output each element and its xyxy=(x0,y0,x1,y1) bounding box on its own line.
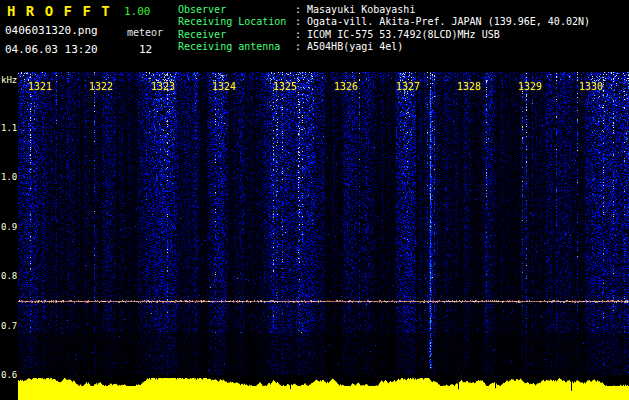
info-label: Receiving Location xyxy=(178,16,295,28)
freq-tick-label: 0.7 xyxy=(1,321,17,331)
info-colon: : xyxy=(295,29,301,41)
station-info: Observer:Masayuki KobayashiReceiving Loc… xyxy=(178,4,590,54)
info-value: ICOM IC-575 53.7492(8LCD)MHz USB xyxy=(307,29,500,41)
info-colon: : xyxy=(295,4,301,16)
info-value: Ogata-vill. Akita-Pref. JAPAN (139.96E, … xyxy=(307,16,590,28)
freq-tick-label: 1.0 xyxy=(1,172,17,182)
meteor-count: 12 xyxy=(139,43,152,56)
frequency-axis: kHz 1.11.00.90.80.70.6 xyxy=(0,72,18,400)
info-value: A504HB(yagi 4el) xyxy=(307,41,403,53)
freq-tick-label: 0.6 xyxy=(1,370,17,380)
app-title: H R O F F T xyxy=(7,3,111,19)
freq-tick-label: 0.8 xyxy=(1,271,17,281)
hrofft-window: H R O F F T 1.00 0406031320.png meteor 0… xyxy=(0,0,629,400)
info-label: Receiver xyxy=(178,29,295,41)
output-filename: 0406031320.png xyxy=(5,24,98,37)
freq-tick-label: 1.1 xyxy=(1,123,17,133)
info-label: Observer xyxy=(178,4,295,16)
info-row-observer: Observer:Masayuki Kobayashi xyxy=(178,4,590,16)
signal-strength-canvas xyxy=(18,377,629,400)
freq-unit-label: kHz xyxy=(1,75,17,85)
info-value: Masayuki Kobayashi xyxy=(307,4,415,16)
info-row-receiving-antenna: Receiving antenna:A504HB(yagi 4el) xyxy=(178,41,590,53)
freq-tick-label: 0.9 xyxy=(1,222,17,232)
info-row-receiver: Receiver:ICOM IC-575 53.7492(8LCD)MHz US… xyxy=(178,29,590,41)
spectrogram-canvas xyxy=(18,72,629,375)
info-colon: : xyxy=(295,16,301,28)
app-version: 1.00 xyxy=(124,5,151,18)
info-colon: : xyxy=(295,41,301,53)
info-row-receiving-location: Receiving Location:Ogata-vill. Akita-Pre… xyxy=(178,16,590,28)
info-label: Receiving antenna xyxy=(178,41,295,53)
mode-label: meteor xyxy=(127,27,163,38)
datetime-label: 04.06.03 13:20 xyxy=(5,43,98,56)
